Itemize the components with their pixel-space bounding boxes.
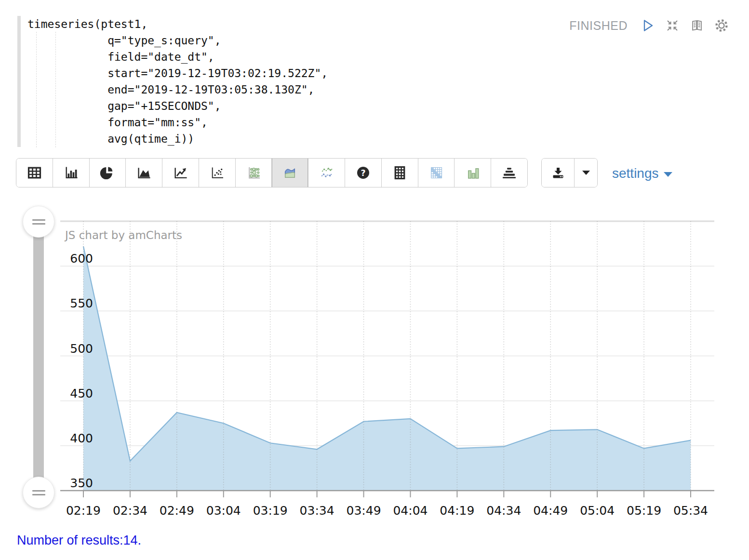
results-count-text: Number of results:14. [17,533,141,548]
run-play-icon[interactable] [640,17,656,34]
grip-lines-icon [32,223,45,225]
svg-text:02:19: 02:19 [66,504,101,518]
table-icon [26,164,43,182]
scatter-plot-icon [208,164,226,182]
svg-text:03:04: 03:04 [206,504,241,518]
chart-type-bubble-button[interactable] [235,159,272,187]
value-axis-scrollbar-track[interactable] [33,222,44,493]
chart-type-funnel-button[interactable] [491,159,527,187]
chart-type-pivot-button[interactable] [381,159,418,187]
svg-text:04:49: 04:49 [533,504,568,518]
line-chart-icon [172,164,189,182]
download-button[interactable] [542,159,575,187]
amcharts-area-chart: 35040045050055060002:1902:3402:4903:0403… [0,202,749,530]
svg-text:03:49: 03:49 [347,504,381,518]
multi-line-chart-icon [318,164,335,182]
settings-toggle[interactable]: settings [612,166,672,181]
svg-text:02:34: 02:34 [113,504,147,518]
area-chart-icon [135,164,153,182]
chart-type-table-button[interactable] [16,159,53,187]
editor-gutter [17,16,21,147]
gear-icon[interactable] [713,17,730,34]
svg-text:04:04: 04:04 [393,504,428,518]
caret-down-icon [664,172,672,177]
chart-type-bar-button[interactable] [53,159,89,187]
chart-type-column-button[interactable] [454,159,491,187]
scrollbar-handle-bottom[interactable] [23,477,54,508]
chart-title: JS chart by amCharts [64,229,182,241]
pivot-table-icon [391,164,409,182]
svg-text:05:34: 05:34 [673,504,708,518]
chart-type-toolbar: ? [16,158,528,187]
svg-text:500: 500 [70,342,93,356]
svg-text:?: ? [361,168,365,178]
paragraph-controls: FINISHED [569,17,730,34]
grip-lines-icon [32,219,45,221]
book-icon[interactable] [689,17,705,34]
chart-type-line-button[interactable] [162,159,199,187]
svg-text:04:34: 04:34 [486,504,521,518]
matrix-chart-icon [427,164,445,182]
status-badge: FINISHED [569,19,628,33]
bubble-chart-icon [245,164,263,182]
svg-text:03:34: 03:34 [300,504,334,518]
collapse-icon[interactable] [664,17,681,34]
svg-text:450: 450 [70,387,93,400]
svg-text:04:19: 04:19 [440,504,474,518]
caret-down-icon [582,171,590,175]
export-group [541,158,598,187]
svg-text:550: 550 [70,296,93,310]
help-icon: ? [354,164,372,182]
chart-type-multi-line-button[interactable] [308,159,345,187]
chart-type-matrix-button[interactable] [418,159,455,187]
svg-text:350: 350 [70,476,93,490]
column-chart-icon [464,164,482,182]
svg-text:400: 400 [70,431,93,445]
svg-text:05:04: 05:04 [580,504,615,518]
svg-text:03:19: 03:19 [253,504,288,518]
grip-lines-icon [32,490,45,492]
chart-canvas: 35040045050055060002:1902:3402:4903:0403… [0,202,749,530]
stacked-area-chart-icon [281,164,299,182]
settings-label: settings [612,166,659,181]
scrollbar-handle-top[interactable] [23,206,54,238]
funnel-chart-icon [500,164,518,182]
svg-text:02:49: 02:49 [160,504,194,518]
svg-text:05:19: 05:19 [627,504,661,518]
chart-type-pie-button[interactable] [89,159,126,187]
chart-type-scatter-button[interactable] [199,159,235,187]
download-options-button[interactable] [575,159,597,187]
svg-text:600: 600 [70,252,93,266]
bar-chart-icon [62,164,80,182]
download-icon [550,165,566,181]
chart-type-help-button[interactable]: ? [345,159,381,187]
chart-type-area-button[interactable] [125,159,162,187]
chart-type-stacked-area-button[interactable] [271,159,308,187]
grip-lines-icon [32,494,45,495]
pie-chart-icon [98,164,116,182]
query-code[interactable]: timeseries(ptest1, q="type_s:query", fie… [27,16,328,147]
